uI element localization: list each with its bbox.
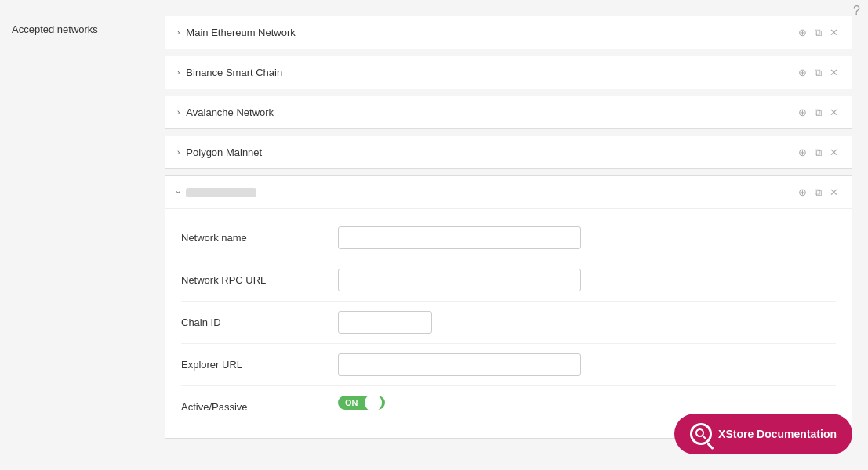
form-row-network-name: Network name: [181, 217, 836, 259]
network-actions-polygon: ⊕ ⧉ ✕: [797, 146, 840, 159]
copy-icon-avax[interactable]: ⧉: [813, 106, 823, 119]
network-header-left-eth: › Main Ethereum Network: [177, 27, 296, 38]
loading-bar: [186, 188, 256, 197]
network-actions-eth: ⊕ ⧉ ✕: [797, 26, 840, 39]
network-header-bsc[interactable]: › Binance Smart Chain ⊕ ⧉ ✕: [165, 56, 852, 89]
search-svg: [695, 428, 706, 439]
network-item-eth: › Main Ethereum Network ⊕ ⧉ ✕: [165, 16, 852, 49]
form-row-rpc-url: Network RPC URL: [181, 259, 836, 302]
chevron-right-icon-bsc: ›: [177, 68, 180, 77]
network-actions-expanded: ⊕ ⧉ ✕: [797, 186, 840, 199]
close-icon-polygon[interactable]: ✕: [828, 146, 840, 159]
move-icon-eth[interactable]: ⊕: [797, 26, 808, 39]
network-header-polygon[interactable]: › Polygon Mainnet ⊕ ⧉ ✕: [165, 136, 852, 168]
help-icon[interactable]: ?: [853, 4, 860, 18]
network-header-avax[interactable]: › Avalanche Network ⊕ ⧉ ✕: [165, 96, 852, 128]
network-actions-avax: ⊕ ⧉ ✕: [797, 106, 840, 119]
network-title-bsc: Binance Smart Chain: [186, 67, 282, 78]
network-header-left-polygon: › Polygon Mainnet: [177, 146, 262, 158]
label-chain-id: Chain ID: [181, 311, 338, 328]
network-title-avax: Avalanche Network: [186, 107, 274, 118]
network-header-left-bsc: › Binance Smart Chain: [177, 67, 282, 78]
form-row-chain-id: Chain ID: [181, 302, 836, 344]
copy-icon-expanded[interactable]: ⧉: [813, 186, 823, 199]
move-icon-avax[interactable]: ⊕: [797, 106, 808, 119]
network-header-eth[interactable]: › Main Ethereum Network ⊕ ⧉ ✕: [165, 16, 852, 49]
input-chain-id[interactable]: [338, 311, 432, 334]
chevron-right-icon-polygon: ›: [177, 148, 180, 157]
network-item-expanded: › ⊕ ⧉ ✕ Network name Network RPC URL: [165, 175, 852, 439]
search-icon: [690, 423, 712, 445]
label-network-name: Network name: [181, 226, 338, 244]
network-actions-bsc: ⊕ ⧉ ✕: [797, 66, 840, 79]
input-rpc-url[interactable]: [338, 269, 581, 291]
toggle-container[interactable]: ON: [338, 396, 385, 410]
form-row-explorer-url: Explorer URL: [181, 344, 836, 386]
network-item-avax: › Avalanche Network ⊕ ⧉ ✕: [165, 96, 852, 129]
input-network-name[interactable]: [338, 226, 581, 249]
move-icon-polygon[interactable]: ⊕: [797, 146, 808, 159]
chevron-right-icon-eth: ›: [177, 28, 180, 37]
active-passive-toggle[interactable]: ON: [338, 396, 385, 410]
network-item-polygon: › Polygon Mainnet ⊕ ⧉ ✕: [165, 136, 852, 169]
expanded-body: Network name Network RPC URL Chain ID Ex…: [165, 209, 852, 438]
label-rpc-url: Network RPC URL: [181, 269, 338, 286]
copy-icon-eth[interactable]: ⧉: [813, 26, 823, 39]
move-icon-bsc[interactable]: ⊕: [797, 66, 808, 79]
copy-icon-polygon[interactable]: ⧉: [813, 146, 823, 159]
move-icon-expanded[interactable]: ⊕: [797, 186, 808, 199]
accepted-networks-label: Accepted networks: [0, 8, 157, 462]
label-active-passive: Active/Passive: [181, 396, 338, 413]
svg-line-1: [703, 436, 706, 439]
close-icon-eth[interactable]: ✕: [828, 26, 840, 39]
network-expanded-header[interactable]: › ⊕ ⧉ ✕: [165, 176, 852, 209]
networks-container: › Main Ethereum Network ⊕ ⧉ ✕ › Binance …: [157, 8, 868, 462]
network-title-polygon: Polygon Mainnet: [186, 146, 262, 158]
network-header-left-avax: › Avalanche Network: [177, 107, 274, 118]
network-item-bsc: › Binance Smart Chain ⊕ ⧉ ✕: [165, 56, 852, 89]
label-explorer-url: Explorer URL: [181, 353, 338, 371]
network-title-eth: Main Ethereum Network: [186, 27, 295, 38]
chevron-down-icon-expanded: ›: [174, 191, 183, 193]
copy-icon-bsc[interactable]: ⧉: [813, 66, 823, 79]
close-icon-avax[interactable]: ✕: [828, 106, 840, 119]
xstore-documentation-button[interactable]: XStore Documentation: [674, 414, 852, 454]
close-icon-bsc[interactable]: ✕: [828, 66, 840, 79]
toggle-knob: [365, 394, 382, 411]
toggle-label: ON: [345, 398, 358, 407]
network-expanded-header-left: ›: [177, 188, 256, 197]
xstore-btn-label: XStore Documentation: [718, 428, 837, 440]
input-explorer-url[interactable]: [338, 353, 581, 376]
close-icon-expanded[interactable]: ✕: [828, 186, 840, 199]
chevron-right-icon-avax: ›: [177, 108, 180, 117]
